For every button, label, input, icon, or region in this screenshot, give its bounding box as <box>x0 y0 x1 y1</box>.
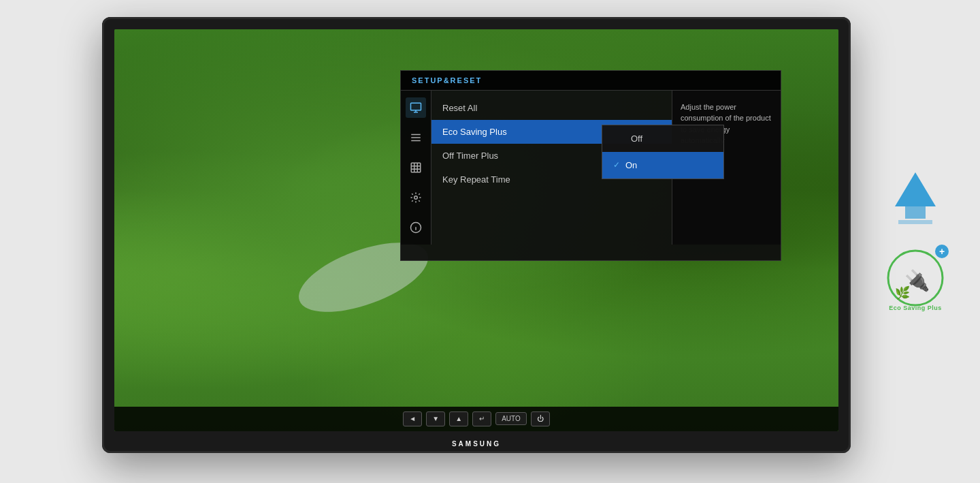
tv-wrapper: SETUP&RESET <box>102 17 878 467</box>
auto-label: AUTO <box>502 415 521 422</box>
ctrl-btn-left[interactable]: ◄ <box>403 411 422 426</box>
osd-header: SETUP&RESET <box>401 71 781 91</box>
right-decoration: 🔌 🌿 + Eco Saving Plus <box>878 172 953 311</box>
ctrl-btn-down[interactable]: ▼ <box>426 411 445 426</box>
submenu-item-on-label: On <box>625 160 637 170</box>
arrow-base <box>898 220 932 224</box>
eco-circle-svg: 🔌 🌿 <box>885 248 945 308</box>
osd-menu: SETUP&RESET <box>400 70 781 261</box>
arrow-stem <box>905 206 926 219</box>
submenu-item-on[interactable]: ✓ On <box>602 152 723 178</box>
ctrl-btn-power[interactable]: ⏻ <box>531 411 550 426</box>
submenu-item-off[interactable]: Off <box>602 125 723 152</box>
osd-content: Reset All Eco Saving Plus Off Timer Plus… <box>401 91 781 245</box>
check-icon: ✓ <box>613 160 620 170</box>
osd-title: SETUP&RESET <box>412 76 482 84</box>
left-arrow-icon: ◄ <box>409 415 416 422</box>
arrow-triangle <box>895 172 936 206</box>
ctrl-btn-up[interactable]: ▲ <box>449 411 468 426</box>
submenu-item-off-label: Off <box>631 134 642 144</box>
submenu-eco: Off ✓ On <box>602 125 724 179</box>
menu-item-off-timer-label: Off Timer Plus <box>442 151 498 161</box>
menu-item-reset-all[interactable]: Reset All <box>431 96 672 120</box>
sidebar-icon-settings[interactable] <box>406 187 426 208</box>
blue-arrow-up <box>895 172 936 224</box>
svg-text:🌿: 🌿 <box>895 285 911 300</box>
up-arrow-icon: ▲ <box>455 415 462 422</box>
osd-sidebar <box>401 91 431 245</box>
ctrl-btn-enter[interactable]: ↵ <box>472 411 491 426</box>
eco-saving-plus-logo: 🔌 🌿 + Eco Saving Plus <box>878 248 953 311</box>
enter-icon: ↵ <box>479 415 485 422</box>
svg-rect-6 <box>411 163 421 172</box>
bottom-control-bar: ◄ ▼ ▲ ↵ AUTO ⏻ <box>114 407 838 431</box>
sidebar-icon-resize[interactable] <box>406 157 426 178</box>
sidebar-icon-info[interactable] <box>406 217 426 238</box>
sidebar-icon-menu[interactable] <box>406 127 426 148</box>
menu-item-eco-saving-label: Eco Saving Plus <box>442 127 507 137</box>
eco-plus-badge: + <box>935 245 949 258</box>
tv-screen: SETUP&RESET <box>114 29 838 431</box>
power-icon: ⏻ <box>537 415 544 422</box>
samsung-logo: SAMSUNG <box>452 440 501 448</box>
down-arrow-icon: ▼ <box>432 415 439 422</box>
sidebar-icon-display[interactable] <box>406 97 426 118</box>
osd-items: Reset All Eco Saving Plus Off Timer Plus… <box>431 91 672 245</box>
eco-circle-container: 🔌 🌿 + <box>885 248 945 308</box>
svg-rect-0 <box>411 103 421 110</box>
menu-item-key-repeat-label: Key Repeat Time <box>442 174 510 185</box>
ctrl-btn-auto[interactable]: AUTO <box>495 412 527 425</box>
svg-point-11 <box>414 196 418 199</box>
tv-frame: SETUP&RESET <box>102 17 851 453</box>
menu-item-reset-all-label: Reset All <box>442 103 477 113</box>
